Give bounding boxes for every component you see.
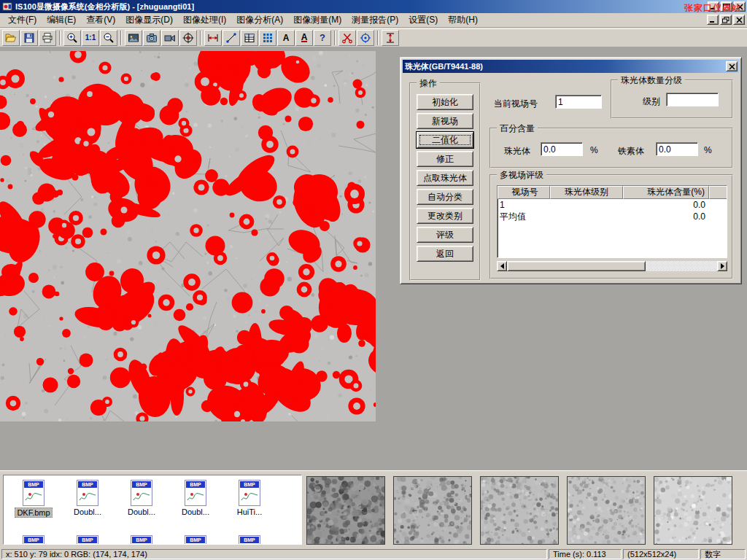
scroll-thumb[interactable] [507,261,646,271]
save-button[interactable] [20,30,38,46]
measure-distance-button[interactable] [222,30,240,46]
zoom-out-button[interactable] [100,30,117,46]
bmp-type-tag: BMP [186,481,205,488]
menu-file[interactable]: 文件(F) [3,12,42,28]
col-pearlite-content[interactable]: 珠光体含量(%) [623,186,709,199]
rating-table-header: 视场号 珠光体级别 珠光体含量(%) 铁素 [498,186,727,199]
window-title: IS100显微摄像系统(金相分析版) - [zhuguangti01] [15,1,194,12]
col-ferrite[interactable]: 铁素 [709,186,727,199]
menu-help[interactable]: 帮助(H) [443,12,483,28]
measure-length-button[interactable] [204,30,222,46]
menu-settings[interactable]: 设置(S) [403,12,443,28]
pearlite-percent-input[interactable] [541,142,583,156]
col-pearlite-grade[interactable]: 珠光体级别 [550,186,623,199]
maximize-button[interactable] [721,1,732,12]
print-button[interactable] [39,30,56,46]
correct-button[interactable]: 修正 [417,151,473,167]
bmp-type-tag: BMP [24,537,43,543]
thumbnail-image[interactable] [306,476,385,545]
menu-view[interactable]: 查看(V) [81,12,120,28]
help-button[interactable]: ? [314,30,331,46]
zoom-in-button[interactable] [63,30,81,46]
file-item[interactable]: BMP HuiTi... [225,480,274,517]
actual-size-icon: 1:1 [85,34,96,42]
file-item[interactable]: BMP Doubl... [171,480,220,517]
file-item[interactable]: BMP [9,535,58,545]
target-button[interactable] [179,30,197,46]
bmp-file-icon: BMP [131,480,152,506]
pick-pearlite-button[interactable]: 点取珠光体 [417,170,473,186]
open-button[interactable] [2,30,20,46]
thumbnail-image[interactable] [480,476,559,545]
report-table-button[interactable] [241,30,258,46]
return-button[interactable]: 返回 [417,246,473,262]
mdi-restore-button[interactable] [720,15,732,25]
actual-size-button[interactable]: 1:1 [82,30,99,46]
file-item[interactable]: BMP Doubl... [63,480,112,517]
menu-image-analysis[interactable]: 图像分析(A) [231,12,288,28]
rate-button[interactable]: 评级 [417,227,473,243]
file-label[interactable]: HuiTi... [236,508,263,516]
mdi-workspace: 珠光体(GB/T9441-88) 操作 初始化 新视场 二值化 修正 点取珠光体… [0,47,747,470]
menu-edit[interactable]: 编辑(E) [42,12,81,28]
change-class-button[interactable]: 更改类别 [417,208,473,224]
col-field-number[interactable]: 视场号 [498,186,550,199]
file-item[interactable]: BMP Doubl... [117,480,166,517]
binarize-button[interactable]: 二值化 [417,132,473,148]
scroll-left-arrow[interactable] [497,261,507,271]
scroll-right-arrow[interactable] [717,261,727,271]
file-label[interactable]: DKF.bmp [15,508,52,518]
file-item[interactable]: BMP DKF.bmp [9,480,58,518]
bmp-file-icon: BMP [185,535,206,545]
thumbnail-image[interactable] [567,476,646,545]
ferrite-label: 铁素体 [618,145,644,158]
mdi-close-button[interactable] [733,15,745,25]
menu-image-processing[interactable]: 图像处理(I) [178,12,231,28]
grade-input[interactable] [666,93,719,106]
file-label[interactable]: Doubl... [126,508,157,516]
help-icon: ? [320,34,325,42]
current-field-input[interactable] [555,95,602,109]
bmp-file-icon: BMP [23,535,44,545]
file-label[interactable]: Doubl... [72,508,103,516]
table-horizontal-scrollbar[interactable] [497,261,727,271]
current-field-label: 当前视场号 [494,98,538,110]
file-item[interactable]: BMP [63,535,112,545]
cell-pearlite-grade [550,199,623,211]
file-item[interactable]: BMP [171,535,220,545]
ferrite-percent-input[interactable] [656,142,698,156]
menu-image-display[interactable]: 图像显示(D) [120,12,178,28]
analyze-point-button[interactable] [357,30,374,46]
status-cursor-position: x: 510 y: 79 idx: 0 RGB: (174, 174, 174) [1,549,547,559]
text-tool-button[interactable]: A [277,30,295,46]
mdi-minimize-button[interactable] [707,15,719,25]
thumbnail-image[interactable] [654,476,732,545]
initialize-button[interactable]: 初始化 [417,94,473,110]
file-browser[interactable]: BMP DKF.bmp BMP Doubl... BMP Doubl... BM… [3,475,302,545]
auto-classify-button[interactable]: 自动分类 [417,189,473,205]
new-field-button[interactable]: 新视场 [417,113,473,129]
bmp-type-tag: BMP [24,481,43,488]
camera-capture-button[interactable] [143,30,160,46]
menu-image-measure[interactable]: 图像测量(M) [288,12,347,28]
file-item[interactable]: BMP [117,535,166,545]
table-row[interactable]: 1 0.0 [498,199,727,211]
thumbnail-image[interactable] [393,476,472,545]
font-style-button[interactable]: A [295,30,313,46]
file-label[interactable]: Doubl... [180,508,211,516]
grid-measure-button[interactable] [259,30,276,46]
image-window-button[interactable] [125,30,142,46]
dialog-title-bar[interactable]: 珠光体(GB/T9441-88) [403,60,739,73]
minimize-button[interactable] [708,1,719,12]
close-button[interactable] [734,1,746,12]
metallograph-image[interactable] [0,51,376,421]
menu-measure-report[interactable]: 测量报告(P) [347,12,403,28]
dialog-close-button[interactable] [726,61,738,71]
cut-button[interactable] [338,30,356,46]
cell-field-number: 1 [498,199,550,211]
video-button[interactable] [161,30,179,46]
file-item[interactable]: BMP [225,535,274,545]
title-bar: IS100显微摄像系统(金相分析版) - [zhuguangti01] [0,0,747,13]
vertical-measure-button[interactable] [382,30,399,46]
table-row[interactable]: 平均值 0.0 [498,211,727,222]
